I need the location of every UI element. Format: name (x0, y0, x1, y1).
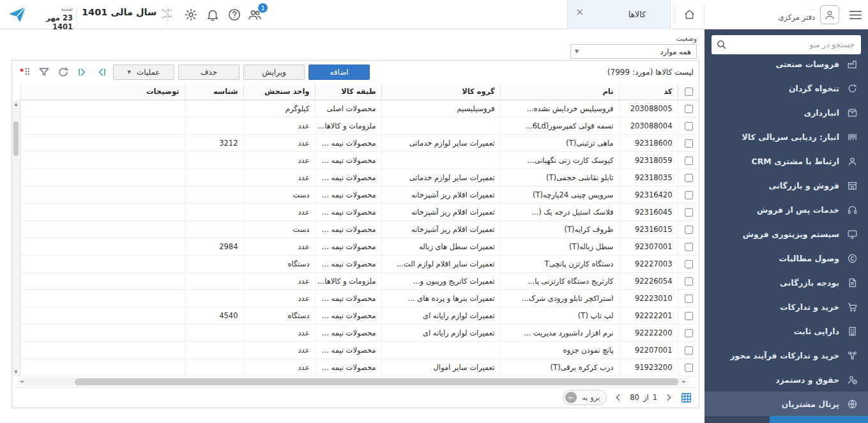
row-checkbox[interactable] (685, 139, 693, 148)
fiscal-period-selector[interactable]: دوره مالی سال مالی 1401 (82, 6, 172, 19)
table-row[interactable]: 92207001پانچ نمودن جزوهمحصولات نیمه ...ع… (21, 341, 699, 358)
table-cell: فروسیلیس خردایش نشده... (500, 100, 619, 117)
arrow-right-icon[interactable] (76, 66, 89, 79)
column-header[interactable]: واحد سنجش (243, 84, 315, 100)
row-checkbox[interactable] (685, 208, 693, 217)
sidebar-item[interactable]: خرید و تدارکات (704, 295, 868, 319)
sidebar-item-label: فروسات صنعتی (775, 59, 839, 69)
column-header[interactable]: نام (500, 84, 619, 100)
add-button[interactable]: اضافه (308, 65, 370, 80)
table-row[interactable]: 92318035تابلو نقاشی حجمی(T)تعمیرات سایر … (21, 169, 699, 186)
divider (704, 6, 704, 24)
table-row[interactable]: 91923200درب کرکره برقی(T)تعمیرات سایر ام… (21, 358, 699, 376)
status-select[interactable]: ▼ همه موارد (570, 44, 697, 59)
row-checkbox[interactable] (685, 157, 693, 165)
scrollbar-thumb[interactable] (75, 378, 678, 385)
sidebar-item[interactable]: حقوق و دستمزد (704, 367, 868, 392)
sidebar-item[interactable]: ارتباط با مشتری CRM (704, 149, 868, 173)
table-cell: تعمیرات سایر لوازم خدماتی (381, 134, 500, 151)
close-icon[interactable]: × (575, 7, 584, 17)
tab-goods[interactable]: × کالاها (567, 0, 671, 29)
sidebar-item-partial[interactable] (770, 416, 868, 423)
sidebar-item[interactable]: وصول مطالبات (704, 246, 868, 270)
table-row[interactable]: 92222201لپ تاپ (T)تعمیرات لوازم رایانه ا… (21, 307, 699, 324)
pagination-next-icon[interactable] (613, 392, 623, 403)
column-header[interactable]: گروه کالا (381, 84, 500, 100)
scroll-down-icon[interactable]: ▼ (12, 369, 20, 374)
pagination-prev-icon[interactable] (664, 392, 674, 403)
divider (167, 6, 168, 24)
column-header[interactable]: کد (619, 84, 678, 100)
office-block[interactable]: … دفتر مرکزی (736, 5, 815, 22)
row-checkbox[interactable] (685, 346, 693, 355)
app-logo-icon[interactable] (6, 4, 28, 25)
column-header[interactable]: طبقه کالا (315, 84, 381, 100)
table-row[interactable]: 92316015ظروف کرایه(T)تعمیرات اقلام ریز آ… (21, 220, 699, 238)
table-cell: عدد (243, 151, 315, 169)
delete-button[interactable]: حذف (178, 65, 240, 80)
scroll-up-icon[interactable]: ▲ (12, 102, 20, 107)
sidebar-item[interactable]: تنخواه گردان (704, 76, 868, 100)
table-row[interactable]: 92223010استراکچر تابلو ورودی شرک...تعمیر… (21, 289, 699, 307)
sidebar-item[interactable]: انبار: ردیابی سریالی کالا (704, 125, 868, 149)
table-row[interactable]: 92318600ماهی تزئینی(T)تعمیرات سایر لوازم… (21, 134, 699, 151)
row-checkbox[interactable] (685, 329, 693, 337)
row-checkbox[interactable] (685, 243, 693, 251)
avatar[interactable] (820, 5, 839, 24)
edit-button[interactable]: ویرایش (243, 65, 305, 80)
bell-icon[interactable] (206, 8, 220, 22)
scroll-right-icon[interactable]: ► (683, 379, 686, 384)
sidebar-item[interactable]: بودجه بازرگانی (704, 270, 868, 295)
refresh-icon[interactable] (57, 66, 70, 79)
row-checkbox[interactable] (685, 122, 693, 130)
goto-page-button[interactable]: برو به ← (563, 390, 607, 405)
gear-icon[interactable] (184, 8, 198, 22)
table-cell: تعمیرات سایر اقلام لوازم الت... (381, 255, 500, 272)
row-checkbox[interactable] (685, 191, 693, 199)
row-checkbox[interactable] (685, 260, 693, 268)
sidebar-item[interactable]: فروسات صنعتی (704, 59, 868, 76)
table-row[interactable]: 92227003دستگاه کارتزن پانچیTتعمیرات سایر… (21, 255, 699, 272)
sidebar-item[interactable]: پرتال مشتریان (704, 392, 868, 416)
scrollbar-thumb[interactable] (13, 121, 19, 156)
record-options-icon[interactable] (19, 66, 31, 79)
column-header[interactable]: شناسه (185, 84, 243, 100)
arrow-left-icon[interactable] (95, 66, 108, 79)
table-row[interactable]: 92222200نرم افزار داشبورد مدیریت ...تعمی… (21, 324, 699, 341)
sidebar-item[interactable]: خرید و تدارکات فرآیند محور (704, 343, 868, 367)
row-checkbox[interactable] (685, 226, 693, 234)
scroll-left-icon[interactable]: ◄ (20, 379, 23, 384)
help-icon[interactable] (227, 8, 241, 22)
table-row[interactable]: 92316420سرویس چینی 24پارچه(T)تعمیرات اقل… (21, 186, 699, 203)
sidebar-item[interactable]: فروش و بازرگانی (704, 173, 868, 197)
table-cell: فلاسک استیل درجه یک (... (500, 203, 619, 220)
select-all-checkbox[interactable] (685, 88, 693, 96)
sidebar-item[interactable]: انبارداری (704, 100, 868, 125)
sidebar-item[interactable]: سیستم ویزیتوری فروش (704, 222, 868, 246)
menu-search-input[interactable] (712, 35, 861, 54)
table-cell: عدد (243, 272, 315, 289)
hamburger-menu-icon[interactable] (848, 8, 863, 22)
table-row[interactable]: 203088005فروسیلیس خردایش نشده...فروسیلیس… (21, 100, 699, 117)
row-checkbox[interactable] (685, 364, 693, 372)
operations-button[interactable]: عملیات ▼ (113, 65, 174, 80)
vertical-scrollbar[interactable]: ▲ ▼ (12, 100, 20, 376)
row-checkbox[interactable] (685, 277, 693, 286)
column-header[interactable]: توضیحات (21, 84, 185, 100)
table-row[interactable]: 203088004تسمه فولی کمپرسور(6Ld...ملزومات… (21, 117, 699, 134)
home-icon[interactable] (683, 8, 696, 20)
table-row[interactable]: 92226054کارتریج دستگاه کارتزنی پا...تعمی… (21, 272, 699, 289)
table-row[interactable]: 92318059کیوسک کارت زنی نگهبانی...محصولات… (21, 151, 699, 169)
horizontal-scrollbar[interactable]: ◄ ► (17, 378, 689, 386)
filter-icon[interactable] (38, 66, 50, 79)
grid-view-icon[interactable] (680, 392, 692, 404)
sidebar-item[interactable]: خدمات پس از فروش (704, 197, 868, 222)
row-checkbox[interactable] (685, 312, 693, 320)
table-row[interactable]: 92307001سطل زباله(T)تعمیرات سطل های زبال… (21, 238, 699, 255)
row-checkbox[interactable] (685, 105, 693, 113)
table-cell (21, 117, 185, 134)
row-checkbox[interactable] (685, 295, 693, 303)
table-row[interactable]: 92316045فلاسک استیل درجه یک (...تعمیرات … (21, 203, 699, 220)
sidebar-item[interactable]: دارایی ثابت (704, 319, 868, 343)
row-checkbox[interactable] (685, 174, 693, 182)
